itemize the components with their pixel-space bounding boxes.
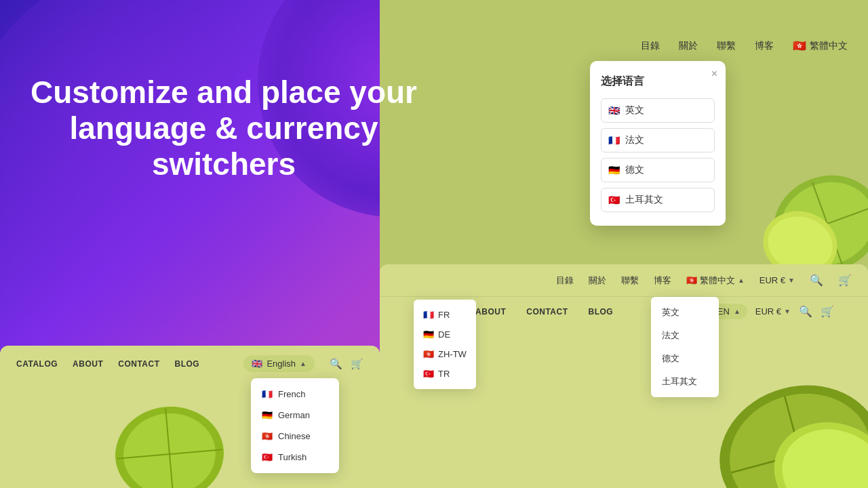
mid-window: 目錄 關於 聯繫 博客 🇭🇰 繁體中文 ▲ EUR € ▼ 🔍 🛒 英文 法文 … <box>380 264 868 488</box>
dd-item-german[interactable]: 德文 <box>651 347 719 370</box>
chevron-down-icon: ▲ <box>738 277 745 284</box>
lime-bot-image <box>102 380 237 488</box>
bot-dd-label-german: German <box>278 410 310 420</box>
de-flag-bot: 🇩🇪 <box>262 410 273 420</box>
hero-circle <box>0 0 366 366</box>
mid-nav2-curr-switcher[interactable]: EUR € ▼ <box>755 306 791 317</box>
cart-icon-nav2[interactable]: 🛒 <box>821 305 834 318</box>
bot-dd-chinese[interactable]: 🇭🇰 Chinese <box>251 426 339 447</box>
language-modal: 选择语言 × 🇬🇧 英文 🇫🇷 法文 🇩🇪 德文 🇹🇷 土耳其文 <box>590 61 726 226</box>
currency-chevron-icon: ▼ <box>788 277 795 284</box>
mid-nav-blog[interactable]: 博客 <box>654 274 671 287</box>
dd-code-fr: FR <box>438 310 450 320</box>
dd-item-de[interactable]: 🇩🇪 DE <box>414 325 476 344</box>
hk-flag-small: 🇭🇰 <box>423 349 434 359</box>
top-window: 目錄 關於 聯繫 博客 🇭🇰 繁體中文 选择语言 × 🇬🇧 英文 🇫🇷 法文 🇩… <box>448 27 868 264</box>
bot-chevron-icon: ▲ <box>300 360 307 367</box>
bot-dd-german[interactable]: 🇩🇪 German <box>251 405 339 426</box>
lang-option-english[interactable]: 🇬🇧 英文 <box>601 98 715 123</box>
uk-flag-bot: 🇬🇧 <box>252 359 262 369</box>
dd-item-french[interactable]: 法文 <box>651 324 719 347</box>
curr-chevron-icon: ▼ <box>784 308 791 315</box>
dd-item-fr[interactable]: 🇫🇷 FR <box>414 305 476 325</box>
top-nav-contact[interactable]: 聯繫 <box>717 40 736 52</box>
top-lang-label: 繁體中文 <box>810 40 848 52</box>
lang-dropdown-mid: 英文 法文 德文 土耳其文 <box>651 297 719 397</box>
bot-nav-contact[interactable]: CONTACT <box>118 359 159 369</box>
dd-label-english: 英文 <box>662 306 679 319</box>
top-nav-about[interactable]: 關於 <box>679 40 698 52</box>
search-icon[interactable]: 🔍 <box>810 274 823 287</box>
fr-flag-bot: 🇫🇷 <box>262 389 273 399</box>
mid-nav2-contact[interactable]: CONTACT <box>526 307 568 317</box>
de-flag-small: 🇩🇪 <box>423 329 434 340</box>
hero-title: Customize and place your language & curr… <box>27 75 420 182</box>
lang-label-english: 英文 <box>625 104 644 117</box>
dd-label-german: 德文 <box>662 352 679 365</box>
bot-nav-catalog[interactable]: CATALOG <box>16 359 58 369</box>
dd-code-de: DE <box>438 329 450 340</box>
dd-code-tr: TR <box>438 369 450 379</box>
lang-dropdown-small: 🇫🇷 FR 🇩🇪 DE 🇭🇰 ZH-TW 🇹🇷 TR <box>414 300 476 389</box>
mid-nav-catalog[interactable]: 目錄 <box>556 274 574 287</box>
mid-nav-about[interactable]: 關於 <box>589 274 606 287</box>
bot-dd-french[interactable]: 🇫🇷 French <box>251 384 339 405</box>
cart-icon[interactable]: 🛒 <box>838 274 852 287</box>
hk-flag-bot: 🇭🇰 <box>262 431 273 441</box>
bot-window: CATALOG ABOUT CONTACT BLOG 🇬🇧 English ▲ … <box>0 346 380 488</box>
mid-curr-label2: EUR € <box>755 306 781 317</box>
lang-dropdown-bot: 🇫🇷 French 🇩🇪 German 🇭🇰 Chinese 🇹🇷 Turkis… <box>251 378 339 473</box>
mid-lang-label: 繁體中文 <box>700 274 735 287</box>
search-icon-bot[interactable]: 🔍 <box>330 358 342 370</box>
top-nav: 目錄 關於 聯繫 博客 🇭🇰 繁體中文 <box>448 27 868 64</box>
lang-label-french: 法文 <box>625 134 644 146</box>
lang-option-german[interactable]: 🇩🇪 德文 <box>601 158 715 182</box>
lang-label-german: 德文 <box>625 164 644 176</box>
dd-item-tr[interactable]: 🇹🇷 TR <box>414 364 476 384</box>
top-lang-switcher[interactable]: 🇭🇰 繁體中文 <box>793 39 848 52</box>
bot-lang-switcher[interactable]: 🇬🇧 English ▲ <box>243 355 315 372</box>
en-chevron-icon: ▲ <box>734 308 741 315</box>
mid-nav-top: 目錄 關於 聯繫 博客 🇭🇰 繁體中文 ▲ EUR € ▼ 🔍 🛒 <box>380 264 868 296</box>
mid-lang-switcher[interactable]: 🇭🇰 繁體中文 ▲ <box>686 274 745 287</box>
dd-item-zh[interactable]: 🇭🇰 ZH-TW <box>414 344 476 364</box>
dd-code-zh: ZH-TW <box>438 349 467 359</box>
bot-dd-label-chinese: Chinese <box>278 431 311 441</box>
dd-label-turkish: 土耳其文 <box>662 375 697 388</box>
tr-flag-small: 🇹🇷 <box>423 369 434 379</box>
bot-nav: CATALOG ABOUT CONTACT BLOG 🇬🇧 English ▲ … <box>0 346 380 382</box>
dd-item-turkish[interactable]: 土耳其文 <box>651 370 719 393</box>
bot-dd-turkish[interactable]: 🇹🇷 Turkish <box>251 447 339 468</box>
bot-lang-label: English <box>267 359 296 369</box>
uk-flag-icon: 🇬🇧 <box>608 105 620 116</box>
mid-curr-switcher[interactable]: EUR € ▼ <box>760 275 795 285</box>
modal-close-button[interactable]: × <box>711 68 717 80</box>
hk-flag-icon-mid: 🇭🇰 <box>686 275 697 285</box>
lang-option-turkish[interactable]: 🇹🇷 土耳其文 <box>601 188 715 212</box>
tr-flag-bot: 🇹🇷 <box>262 452 273 462</box>
search-icon-nav2[interactable]: 🔍 <box>799 305 812 318</box>
mid-nav2-blog[interactable]: BLOG <box>589 307 614 317</box>
bot-dd-label-turkish: Turkish <box>278 452 307 462</box>
bot-nav-blog[interactable]: BLOG <box>175 359 200 369</box>
de-flag-icon: 🇩🇪 <box>608 165 620 176</box>
tr-flag-icon: 🇹🇷 <box>608 195 620 205</box>
cart-icon-bot[interactable]: 🛒 <box>351 358 363 370</box>
mid-nav-contact[interactable]: 聯繫 <box>621 274 639 287</box>
lang-option-french[interactable]: 🇫🇷 法文 <box>601 128 715 152</box>
dd-item-english[interactable]: 英文 <box>651 301 719 324</box>
lang-label-turkish: 土耳其文 <box>625 194 663 206</box>
mid-curr-label: EUR € <box>760 275 785 285</box>
bot-dd-label-french: French <box>278 389 305 399</box>
dd-label-french: 法文 <box>662 329 679 342</box>
fr-flag-small: 🇫🇷 <box>423 310 434 320</box>
modal-title: 选择语言 <box>601 75 715 89</box>
fr-flag-icon: 🇫🇷 <box>608 135 620 146</box>
top-nav-blog[interactable]: 博客 <box>755 40 774 52</box>
bot-action-icons: 🔍 🛒 <box>330 358 363 370</box>
bot-nav-about[interactable]: ABOUT <box>73 359 103 369</box>
hk-flag-icon: 🇭🇰 <box>793 39 806 52</box>
en-label: EN <box>717 306 730 317</box>
mid-nav2-about[interactable]: ABOUT <box>475 307 506 317</box>
top-nav-catalog[interactable]: 目錄 <box>641 40 660 52</box>
